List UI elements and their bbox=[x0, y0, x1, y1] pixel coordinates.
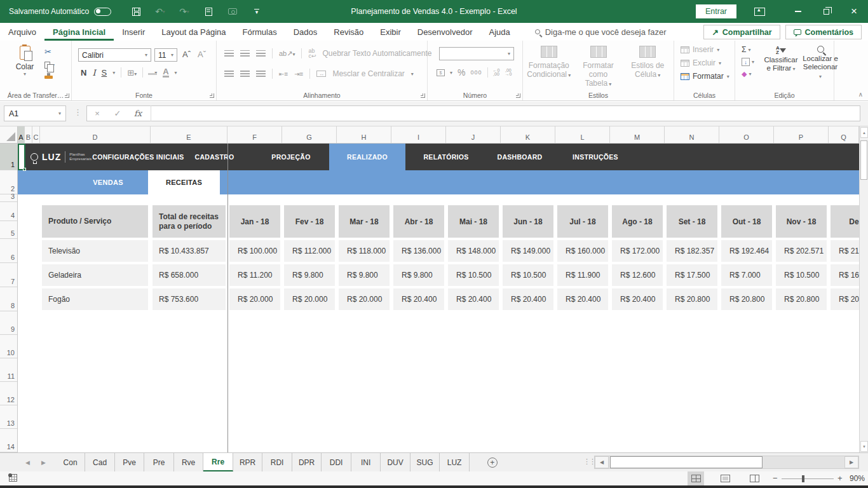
customize-qat-icon[interactable]: ▾ bbox=[251, 6, 262, 17]
normal-view-button[interactable] bbox=[688, 471, 704, 485]
row-header-11[interactable]: 11 bbox=[0, 358, 17, 382]
alignment-dialog-launcher[interactable] bbox=[421, 93, 425, 98]
scroll-down-icon[interactable]: ▼ bbox=[860, 441, 868, 452]
cell-total[interactable]: R$ 658.000 bbox=[153, 264, 226, 286]
header-total-receitas[interactable]: Total de receitas para o período bbox=[153, 205, 226, 238]
zoom-out-icon[interactable]: − bbox=[773, 473, 778, 483]
cell-value[interactable]: R$ 17.500 bbox=[667, 264, 717, 286]
format-cells-button[interactable]: Formatar▾ bbox=[681, 72, 729, 81]
cell-value[interactable]: R$ 20.400 bbox=[503, 288, 553, 310]
page-break-view-button[interactable] bbox=[746, 471, 763, 485]
cell-value[interactable]: R$ 20. bbox=[831, 288, 859, 310]
cell-value[interactable]: R$ 20.400 bbox=[448, 288, 499, 310]
print-preview-icon[interactable] bbox=[203, 6, 214, 17]
autosum-button[interactable]: Σ▾ bbox=[742, 45, 754, 54]
header-month[interactable]: Mar - 18 bbox=[339, 205, 390, 238]
save-icon[interactable] bbox=[130, 6, 142, 17]
wrap-text-label[interactable]: Quebrar Texto Automaticamente bbox=[323, 49, 432, 58]
tab-ajuda[interactable]: Ajuda bbox=[480, 23, 518, 41]
cell-value[interactable]: R$ 10.500 bbox=[503, 264, 553, 286]
format-painter-icon[interactable] bbox=[44, 76, 53, 79]
comma-style-icon[interactable]: 000 bbox=[470, 69, 482, 76]
delete-cells-button[interactable]: Excluir▾ bbox=[681, 58, 729, 67]
ribbon-display-options-icon[interactable] bbox=[754, 8, 765, 16]
redo-icon[interactable]: ↷▾ bbox=[179, 6, 190, 17]
font-name-select[interactable]: Calibri▾ bbox=[78, 48, 151, 62]
nav-relatorios[interactable]: RELATÓRIOS bbox=[409, 144, 484, 170]
sign-in-button[interactable]: Entrar bbox=[696, 4, 736, 18]
macro-record-icon[interactable] bbox=[9, 474, 17, 482]
row-header-10[interactable]: 10 bbox=[0, 335, 17, 358]
tab-desenvolvedor[interactable]: Desenvolvedor bbox=[409, 23, 481, 41]
cell-value[interactable]: R$ 20.400 bbox=[612, 288, 663, 310]
collapse-ribbon-icon[interactable]: ∧ bbox=[858, 91, 863, 98]
cell-value[interactable]: R$ 11.200 bbox=[229, 264, 280, 286]
sheet-tab-rre[interactable]: Rre bbox=[203, 453, 233, 471]
close-button[interactable]: × bbox=[840, 0, 868, 23]
cell-value[interactable]: R$ 112.000 bbox=[284, 240, 335, 262]
zoom-level[interactable]: 90% bbox=[850, 474, 865, 483]
cell-value[interactable]: R$ 212 bbox=[831, 240, 859, 262]
header-month[interactable]: Jul - 18 bbox=[557, 205, 608, 238]
header-month[interactable]: Jan - 18 bbox=[229, 205, 280, 238]
sheet-tab-sug[interactable]: SUG bbox=[410, 453, 440, 471]
restore-button[interactable] bbox=[812, 0, 840, 23]
increase-decimal-icon[interactable]: ←0,00 bbox=[493, 69, 500, 76]
row-header-4[interactable]: 4 bbox=[0, 202, 17, 221]
col-header-q[interactable]: Q bbox=[829, 126, 859, 143]
nav-configuracoes-iniciais[interactable]: CONFIGURAÇÕES INICIAIS bbox=[92, 144, 184, 170]
font-size-select[interactable]: 11▾ bbox=[154, 48, 177, 62]
header-month[interactable]: Out - 18 bbox=[721, 205, 772, 238]
cell-value[interactable]: R$ 11.900 bbox=[557, 264, 608, 286]
nav-dashboard[interactable]: DASHBOARD bbox=[484, 144, 556, 170]
increase-font-icon[interactable]: Aˆ bbox=[182, 50, 191, 59]
fill-handle[interactable] bbox=[23, 168, 26, 171]
header-month[interactable]: Abr - 18 bbox=[393, 205, 444, 238]
row-header-2[interactable]: 2 bbox=[0, 170, 17, 194]
row-header-13[interactable]: 13 bbox=[0, 405, 17, 429]
decrease-decimal-icon[interactable]: ,00→0 bbox=[505, 69, 512, 76]
tab-inserir[interactable]: Inserir bbox=[114, 23, 153, 41]
col-header-k[interactable]: K bbox=[501, 126, 555, 143]
zoom-slider[interactable] bbox=[782, 478, 834, 479]
cell-value[interactable]: R$ 10.500 bbox=[448, 264, 499, 286]
wrap-text-icon[interactable]: abc↩ bbox=[308, 48, 316, 58]
tabbar-splitter[interactable]: ⋮⋮ bbox=[583, 458, 595, 466]
align-center-icon[interactable] bbox=[240, 71, 250, 77]
header-month[interactable]: Jun - 18 bbox=[503, 205, 553, 238]
row-header-5[interactable]: 5 bbox=[0, 221, 17, 239]
col-header-p[interactable]: P bbox=[774, 126, 829, 143]
cell-value[interactable]: R$ 202.571 bbox=[776, 240, 827, 262]
scroll-right-icon[interactable]: ▶ bbox=[844, 456, 858, 468]
merge-center-label[interactable]: Mesclar e Centralizar bbox=[332, 69, 404, 78]
tell-me-search[interactable]: Diga-me o que você deseja fazer bbox=[535, 27, 667, 37]
horizontal-scroll-thumb[interactable] bbox=[610, 456, 763, 468]
cell-total[interactable]: R$ 10.433.857 bbox=[153, 240, 226, 262]
header-month[interactable]: Dez bbox=[831, 205, 859, 238]
fill-button[interactable]: ↓▾ bbox=[742, 58, 754, 66]
col-header-h[interactable]: H bbox=[337, 126, 391, 143]
row-header-3[interactable]: 3 bbox=[0, 194, 17, 202]
copy-button[interactable]: ▾ bbox=[44, 62, 55, 69]
col-header-d[interactable]: D bbox=[40, 126, 151, 143]
cell-product[interactable]: Televisão bbox=[42, 240, 148, 262]
cell-value[interactable]: R$ 20.000 bbox=[229, 288, 280, 310]
cell-value[interactable]: R$ 20.800 bbox=[776, 288, 827, 310]
clipboard-dialog-launcher[interactable] bbox=[65, 93, 69, 98]
vertical-scroll-thumb[interactable] bbox=[860, 140, 867, 180]
decrease-indent-icon[interactable]: ⇤≡ bbox=[279, 71, 288, 78]
row-header-6[interactable]: 6 bbox=[0, 239, 17, 263]
sheet-tab-duv[interactable]: DUV bbox=[381, 453, 410, 471]
row-header-8[interactable]: 8 bbox=[0, 287, 17, 311]
cell-total[interactable]: R$ 753.600 bbox=[153, 288, 226, 310]
cell-value[interactable]: R$ 136.000 bbox=[393, 240, 444, 262]
cell-value[interactable]: R$ 100.000 bbox=[229, 240, 280, 262]
autosave-control[interactable]: Salvamento Automático bbox=[9, 0, 111, 23]
sheet-tab-luz[interactable]: LUZ bbox=[440, 453, 470, 471]
enter-formula-icon[interactable]: ✓ bbox=[107, 109, 128, 118]
tab-dados[interactable]: Dados bbox=[285, 23, 326, 41]
horizontal-scrollbar[interactable]: ◀ ▶ bbox=[594, 456, 859, 469]
cell-value[interactable]: R$ 148.000 bbox=[448, 240, 499, 262]
row-header-14[interactable]: 14 bbox=[0, 429, 17, 452]
scroll-up-icon[interactable]: ▲ bbox=[860, 127, 868, 138]
